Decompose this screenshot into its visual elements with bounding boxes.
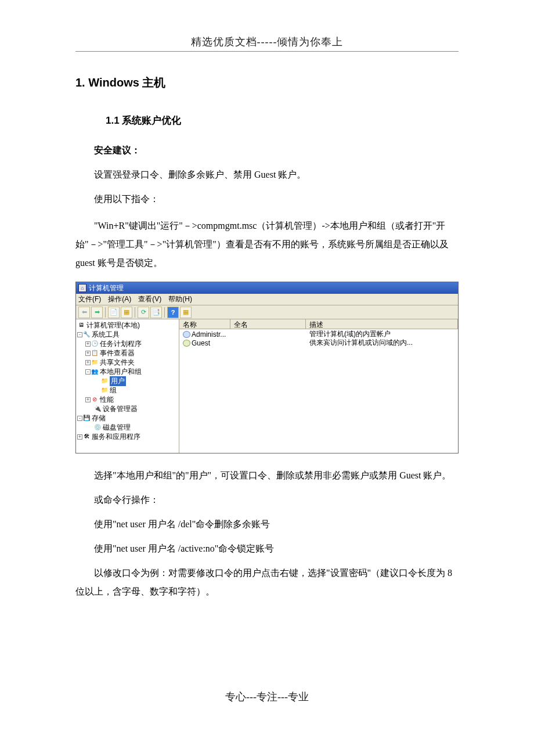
tree-groups[interactable]: 📁 组 (77, 386, 178, 395)
expand-icon[interactable]: + (85, 360, 91, 365)
para-8: 以修改口令为例：对需要修改口令的用户点击右键，选择"设置密码"（建议口令长度为 … (75, 564, 459, 601)
toolbar: ⬅ ➡ 📄 ▦ ⟳ 📑 ? ▦ (76, 305, 458, 319)
tree-root[interactable]: 🖥 计算机管理(本地) (77, 321, 178, 330)
app-icon: ⌂ (78, 284, 86, 292)
cell-name: Guest (179, 339, 230, 347)
menu-help[interactable]: 帮助(H) (168, 294, 192, 304)
services-icon: 🛠 (82, 433, 91, 440)
label-suggestion: 安全建议： (75, 141, 459, 160)
tree-label: 服务和应用程序 (92, 432, 140, 442)
perf-icon: ⊘ (91, 396, 99, 403)
clock-icon: 🕒 (91, 340, 99, 347)
folder-icon: 🔧 (82, 331, 91, 338)
para-1: 设置强登录口令、删除多余账户、禁用 Guest 账户。 (75, 165, 459, 184)
nav-tree[interactable]: 🖥 计算机管理(本地) - 🔧 系统工具 + 🕒 任务计划程序 + 📋 事件查看… (76, 319, 179, 453)
tree-label: 系统工具 (92, 330, 120, 340)
tree-label: 性能 (100, 395, 114, 405)
refresh-button[interactable]: ⟳ (138, 307, 149, 318)
menu-file[interactable]: 文件(F) (78, 294, 101, 304)
col-name[interactable]: 名称 (179, 319, 230, 329)
tree-services[interactable]: + 🛠 服务和应用程序 (77, 432, 178, 441)
tree-label: 任务计划程序 (100, 339, 142, 349)
para-3: "Win+R"键调出"运行"－>compmgmt.msc（计算机管理）->本地用… (75, 217, 459, 272)
share-icon: 📁 (91, 359, 99, 366)
tree-storage[interactable]: - 💾 存储 (77, 413, 178, 423)
collapse-icon[interactable]: - (85, 369, 91, 375)
col-fullname[interactable]: 全名 (230, 319, 306, 329)
expand-icon[interactable]: + (85, 397, 91, 402)
cell-desc: 供来宾访问计算机或访问域的内... (306, 338, 458, 348)
heading-1-1: 1.1 系统账户优化 (106, 114, 459, 127)
users-icon: 👥 (91, 368, 99, 375)
tree-root-label: 计算机管理(本地) (86, 321, 140, 330)
list-row[interactable]: Guest 供来宾访问计算机或访问域的内... (179, 339, 458, 347)
computer-icon: 🖥 (77, 322, 85, 329)
toolbar-separator (135, 307, 135, 318)
para-4: 选择"本地用户和组"的"用户"，可设置口令、删除或禁用非必需账户或禁用 Gues… (75, 466, 459, 485)
document-page: 精选优质文档-----倾情为你奉上 1. Windows 主机 1.1 系统账户… (0, 0, 534, 601)
menubar: 文件(F) 操作(A) 查看(V) 帮助(H) (76, 294, 458, 305)
help-button[interactable]: ? (167, 307, 179, 318)
tree-event[interactable]: + 📋 事件查看器 (77, 348, 178, 358)
page-header: 精选优质文档-----倾情为你奉上 (75, 35, 459, 49)
back-button[interactable]: ⬅ (78, 307, 90, 318)
properties-button[interactable]: ▦ (121, 307, 132, 318)
list-header: 名称 全名 描述 (179, 319, 458, 329)
tree-systools[interactable]: - 🔧 系统工具 (77, 330, 178, 339)
expand-icon[interactable]: + (85, 351, 91, 356)
event-icon: 📋 (91, 350, 99, 357)
tree-perf[interactable]: + ⊘ 性能 (77, 395, 178, 404)
user-icon (183, 331, 190, 338)
header-rule (75, 51, 459, 52)
list-pane: 名称 全名 描述 Administr... 管理计算机(域)的内置帐户 (179, 319, 458, 453)
para-6: 使用"net user 用户名 /del"命令删除多余账号 (75, 515, 459, 534)
list-row[interactable]: Administr... 管理计算机(域)的内置帐户 (179, 330, 458, 339)
tree-label: 本地用户和组 (100, 367, 142, 377)
forward-button[interactable]: ➡ (91, 307, 103, 318)
compmgmt-screenshot: ⌂ 计算机管理 文件(F) 操作(A) 查看(V) 帮助(H) ⬅ ➡ 📄 ▦ … (75, 282, 459, 453)
tree-users[interactable]: 📁 用户 (77, 376, 178, 386)
window-title: 计算机管理 (89, 283, 124, 293)
para-7: 使用"net user 用户名 /active:no"命令锁定账号 (75, 539, 459, 558)
tree-task[interactable]: + 🕒 任务计划程序 (77, 339, 178, 348)
cell-text: Guest (192, 339, 210, 347)
cell-text: Administr... (192, 330, 226, 339)
tree-label: 存储 (92, 413, 106, 423)
para-2: 使用以下指令： (75, 190, 459, 208)
toolbar-separator (105, 307, 106, 318)
window-titlebar: ⌂ 计算机管理 (76, 282, 458, 294)
collapse-icon[interactable]: - (77, 332, 82, 337)
collapse-icon[interactable]: - (77, 416, 82, 421)
list-body: Administr... 管理计算机(域)的内置帐户 Guest 供来宾访问计算… (179, 329, 458, 453)
cell-name: Administr... (179, 330, 230, 339)
tree-label: 磁盘管理 (103, 423, 131, 433)
device-icon: 🔌 (93, 405, 102, 412)
expand-icon[interactable]: + (77, 434, 82, 440)
page-footer: 专心---专注---专业 (0, 690, 534, 704)
tree-label: 事件查看器 (100, 348, 135, 358)
col-desc[interactable]: 描述 (306, 319, 458, 329)
tree-label: 共享文件夹 (100, 358, 135, 368)
menu-action[interactable]: 操作(A) (108, 294, 131, 304)
folder-icon: 📁 (100, 377, 109, 384)
storage-icon: 💾 (82, 415, 91, 422)
para-5: 或命令行操作： (75, 491, 459, 509)
tree-label-selected: 用户 (110, 376, 126, 386)
toolbar-separator (164, 307, 165, 318)
tree-label: 设备管理器 (103, 404, 138, 414)
tree-diskmgmt[interactable]: 💿 磁盘管理 (77, 423, 178, 432)
disk-icon: 💿 (93, 424, 102, 431)
export-button[interactable]: 📑 (150, 307, 162, 318)
expand-icon[interactable]: + (85, 341, 91, 347)
heading-1: 1. Windows 主机 (75, 75, 459, 91)
tree-devmgr[interactable]: 🔌 设备管理器 (77, 404, 178, 413)
folder-icon: 📁 (100, 387, 109, 394)
view-button[interactable]: ▦ (180, 307, 192, 318)
up-button[interactable]: 📄 (108, 307, 120, 318)
user-icon (183, 340, 190, 347)
tree-label: 组 (110, 386, 117, 395)
content-panes: 🖥 计算机管理(本地) - 🔧 系统工具 + 🕒 任务计划程序 + 📋 事件查看… (76, 319, 458, 453)
menu-view[interactable]: 查看(V) (138, 294, 161, 304)
tree-localusers[interactable]: - 👥 本地用户和组 (77, 367, 178, 376)
tree-share[interactable]: + 📁 共享文件夹 (77, 358, 178, 367)
